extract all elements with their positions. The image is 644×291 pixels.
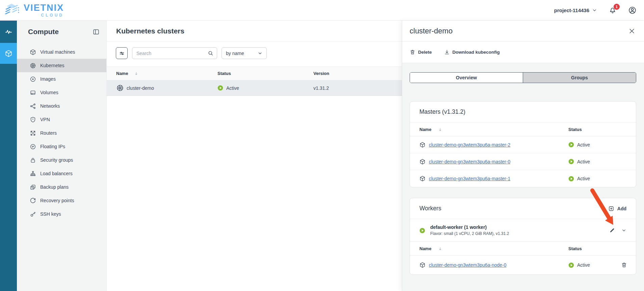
sidebar-title: Compute <box>28 28 59 36</box>
masters-title: Masters (v1.31.2) <box>419 108 465 115</box>
sidebar-item-recovery-points[interactable]: Recovery points <box>17 194 106 207</box>
cluster-version: v1.31.2 <box>313 85 402 91</box>
restore-icon <box>30 197 36 204</box>
chevron-down-icon <box>258 51 262 56</box>
app-window: VIETNIX CLOUD project-114436 1 <box>0 0 644 291</box>
sort-down-icon <box>438 246 442 251</box>
drive-icon <box>30 89 36 96</box>
notifications-button[interactable]: 1 <box>609 6 617 14</box>
col-header-name[interactable]: Name <box>419 127 431 132</box>
helm-wheel-icon <box>30 62 36 69</box>
hierarchy-icon <box>30 170 36 177</box>
delete-node-trash-icon[interactable] <box>621 262 627 268</box>
workers-title: Workers <box>419 205 441 212</box>
sidebar-item-images[interactable]: Images <box>17 72 106 86</box>
master-node-link[interactable]: cluster-demo-gn3wtem3pu6a-master-0 <box>429 159 510 164</box>
status-active-icon <box>568 159 574 164</box>
sort-select-value: by name <box>226 51 244 56</box>
status-active-icon <box>419 228 425 233</box>
plus-square-icon <box>608 206 614 212</box>
lock-icon <box>30 157 36 163</box>
filter-button[interactable] <box>116 47 128 59</box>
sort-select[interactable]: by name <box>222 47 267 59</box>
worker-node-link[interactable]: cluster-demo-gn3wtem3pu6a-node-0 <box>429 262 507 268</box>
col-header-status[interactable]: Status <box>568 246 636 251</box>
sidebar-item-load-balancers[interactable]: Load balancers <box>17 167 106 180</box>
sidebar-menu: Virtual machines Kubernetes Images Volum… <box>17 43 106 221</box>
master-row: cluster-demo-gn3wtem3pu6a-master-0 Activ… <box>410 153 636 170</box>
disc-icon <box>30 76 36 82</box>
nodes-icon <box>30 103 36 109</box>
col-header-status[interactable]: Status <box>568 127 636 132</box>
search-icon[interactable] <box>208 50 213 56</box>
status-active-icon <box>217 85 223 91</box>
col-header-name[interactable]: Name <box>116 71 128 76</box>
brand-logo[interactable]: VIETNIX CLOUD <box>3 3 64 18</box>
sidebar-item-floating-ips[interactable]: Floating IPs <box>17 140 106 153</box>
sidebar-item-security-groups[interactable]: Security groups <box>17 153 106 167</box>
server-cube-icon <box>419 176 426 182</box>
trash-icon <box>410 49 415 55</box>
sliders-icon <box>119 50 125 56</box>
chevron-down-icon <box>592 8 597 13</box>
close-icon[interactable] <box>628 28 635 34</box>
panel-tabs: Overview Groups <box>410 72 636 83</box>
key-icon <box>30 211 36 217</box>
compute-sidebar: Compute Virtual machines Kubernetes Imag… <box>17 21 107 291</box>
sidebar-item-virtual-machines[interactable]: Virtual machines <box>17 45 106 59</box>
project-selector[interactable]: project-114436 <box>554 7 597 13</box>
add-worker-button[interactable]: Add <box>608 206 626 212</box>
master-row: cluster-demo-gn3wtem3pu6a-master-1 Activ… <box>410 170 636 187</box>
cluster-detail-panel: cluster-demo Delete Download kubeconfig … <box>402 21 644 291</box>
user-avatar-button[interactable] <box>628 6 637 15</box>
workers-card: Workers Add default-worker (1 worker) Fl… <box>410 198 636 275</box>
chevron-down-icon[interactable] <box>621 228 626 233</box>
sidebar-item-routers[interactable]: Routers <box>17 126 106 140</box>
col-header-version[interactable]: Version <box>313 71 402 76</box>
clusters-table: Name Status Version cluster-demo Active <box>107 67 402 96</box>
brand-name: VIETNIX <box>24 3 64 12</box>
col-header-status[interactable]: Status <box>217 71 313 76</box>
icon-rail <box>0 21 17 291</box>
sort-down-icon <box>134 71 138 76</box>
worker-group-name: default-worker (1 worker) <box>430 224 604 230</box>
download-kubeconfig-button[interactable]: Download kubeconfig <box>444 49 500 55</box>
sidebar-item-volumes[interactable]: Volumes <box>17 86 106 99</box>
rail-item-compute[interactable] <box>0 43 17 64</box>
worker-group-flavor: Flavor: small (1 vCPU, 2 GiB RAM), v1.31… <box>430 231 604 236</box>
col-header-name[interactable]: Name <box>419 246 431 251</box>
cube-icon <box>30 49 36 55</box>
ip-circle-icon <box>30 143 36 150</box>
notification-badge: 1 <box>614 4 620 10</box>
server-cube-icon <box>419 159 426 165</box>
helm-wheel-icon <box>116 84 124 92</box>
status-active-icon <box>568 262 574 268</box>
sidebar-item-ssh-keys[interactable]: SSH keys <box>17 207 106 221</box>
masters-card: Masters (v1.31.2) Name Status cluster-de… <box>410 101 636 187</box>
cluster-name: cluster-demo <box>127 85 154 91</box>
worker-group-row: default-worker (1 worker) Flavor: small … <box>410 219 636 242</box>
rail-item-activity[interactable] <box>0 21 17 42</box>
sidebar-item-backup-plans[interactable]: Backup plans <box>17 180 106 194</box>
status-label: Active <box>226 85 239 91</box>
sidebar-item-networks[interactable]: Networks <box>17 99 106 113</box>
top-header: VIETNIX CLOUD project-114436 1 <box>0 0 644 20</box>
master-node-link[interactable]: cluster-demo-gn3wtem3pu6a-master-1 <box>429 176 510 181</box>
cluster-row[interactable]: cluster-demo Active v1.31.2 <box>107 80 402 96</box>
swap-arrows-icon <box>30 130 36 136</box>
tab-groups[interactable]: Groups <box>523 73 636 83</box>
search-input[interactable] <box>136 51 208 56</box>
tab-overview[interactable]: Overview <box>410 73 523 83</box>
copy-icon <box>30 184 36 190</box>
cube-icon <box>5 50 12 57</box>
status-active-icon <box>568 142 574 148</box>
edit-pencil-icon[interactable] <box>609 228 615 233</box>
delete-button[interactable]: Delete <box>410 49 432 55</box>
sidebar-item-vpn[interactable]: VPN <box>17 113 106 126</box>
collapse-sidebar-icon[interactable] <box>93 28 100 35</box>
master-node-link[interactable]: cluster-demo-gn3wtem3pu6a-master-2 <box>429 142 510 148</box>
page-title: Kubernetes clusters <box>116 27 184 35</box>
download-icon <box>444 49 450 55</box>
server-cube-icon <box>419 262 426 268</box>
sidebar-item-kubernetes[interactable]: Kubernetes <box>17 59 106 72</box>
